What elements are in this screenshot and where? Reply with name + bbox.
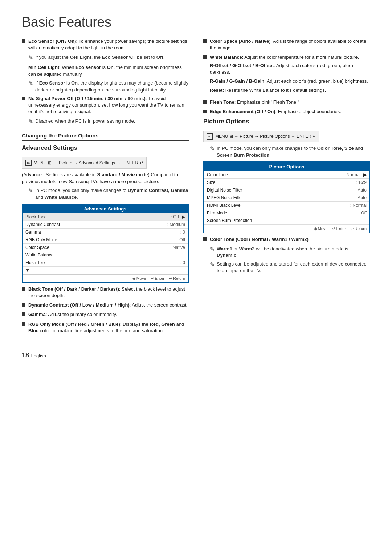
note-settings-stored: ✎ Settings can be adjusted and stored fo…	[210, 261, 370, 274]
table-row-screen-burn: Screen Burn Protection	[204, 217, 369, 225]
page-number: 18English	[22, 352, 370, 359]
menu-icon: m	[25, 160, 32, 166]
advanced-desc: (Advanced Settings are available in Stan…	[22, 172, 189, 185]
advanced-settings-table: Advanced Settings Black Tone : Off ▶ Dyn…	[22, 204, 189, 283]
table-row-black-tone: Black Tone : Off ▶	[23, 213, 188, 221]
bullet-no-signal: No Signal Power Off (Off / 15 min. / 30 …	[22, 95, 189, 115]
picture-options-table: Picture Options Color Tone : Normal ▶ Si…	[203, 161, 370, 233]
bullet-icon	[22, 287, 25, 291]
bullet-icon	[203, 100, 207, 104]
bullet-text: No Signal Power Off (Off / 15 min. / 30 …	[28, 95, 189, 115]
advanced-table-header: Advanced Settings	[23, 204, 188, 213]
table-row-color-tone: Color Tone : Normal ▶	[204, 171, 369, 179]
picture-table-header: Picture Options	[204, 162, 369, 171]
min-cell-light-text: Min Cell Light: When Eco sensor is On, t…	[28, 64, 189, 78]
table-row-rgb-only: RGB Only Mode : Off	[23, 236, 188, 244]
note-pc-mode-advanced: ✎ In PC mode, you can only make changes …	[28, 187, 189, 200]
bullet-icon	[22, 303, 25, 307]
note-disabled-pc: ✎ Disabled when the PC is in power savin…	[28, 118, 189, 126]
table-row-dynamic-contrast: Dynamic Contrast : Medium	[23, 221, 188, 229]
bullet-icon	[22, 312, 25, 316]
bullet-eco-sensor: Eco Sensor (Off / On): To enhance your p…	[22, 38, 189, 51]
table-row-mpeg-noise: MPEG Noise Filter : Auto	[204, 194, 369, 202]
table-row-more: ▼	[23, 267, 188, 274]
bullet-gamma: Gamma: Adjust the primary color intensit…	[22, 311, 189, 318]
note-warm-deactivated: ✎ Warm1 or Warm2 will be deactivated whe…	[210, 246, 370, 259]
note-eco-on: ✎ If Eco Sensor is On, the display brigh…	[28, 80, 189, 93]
table-row-flesh-tone: Flesh Tone : 0	[23, 259, 188, 267]
bullet-icon	[22, 322, 25, 326]
right-column: Color Space (Auto / Native): Adjust the …	[203, 38, 370, 337]
menu-icon: m	[207, 133, 213, 140]
bullet-color-tone: Color Tone (Cool / Normal / Warm1 / Warm…	[203, 236, 370, 243]
bullet-text: Eco Sensor (Off / On): To enhance your p…	[28, 38, 189, 51]
table-row-hdmi-black: HDMI Black Level : Normal	[204, 202, 369, 209]
section-picture-options: Picture Options	[203, 118, 370, 127]
bullet-icon	[203, 39, 207, 43]
advanced-menu-path: m MENU ⊞ → Picture → Advanced Settings →…	[22, 157, 147, 169]
table-row-film-mode: Film Mode : Off	[204, 209, 369, 217]
table-row-gamma: Gamma : 0	[23, 229, 188, 236]
note-eco-cell-light: ✎ If you adjust the Cell Light, the Eco …	[28, 54, 189, 62]
bullet-dynamic-contrast: Dynamic Contrast (Off / Low / Medium / H…	[22, 302, 189, 308]
subsection-advanced-settings: Advanced Settings	[22, 144, 189, 153]
bullet-edge-enhancement: Edge Enhancement (Off / On): Emphasize o…	[203, 108, 370, 115]
picture-menu-path: m MENU ⊞ → Picture → Picture Options → E…	[203, 131, 319, 142]
table-row-size: Size : 16:9	[204, 179, 369, 186]
bullet-icon	[203, 237, 207, 241]
page-title: Basic Features	[22, 15, 370, 30]
bullet-icon	[203, 55, 207, 59]
bullet-flesh-tone: Flesh Tone: Emphasize pink "Flesh Tone."	[203, 99, 370, 106]
picture-table-footer: ◆ Move ↵ Enter ↩ Return	[204, 225, 369, 233]
table-row-digital-noise: Digital Noise Filter : Auto	[204, 186, 369, 194]
table-row-white-balance: White Balance	[23, 251, 188, 259]
advanced-table-footer: ◆ Move ↵ Enter ↩ Return	[23, 274, 188, 282]
bullet-black-tone: Black Tone (Off / Dark / Darker / Darkes…	[22, 286, 189, 299]
bullet-icon	[203, 110, 207, 113]
bullet-color-space: Color Space (Auto / Native): Adjust the …	[203, 38, 370, 51]
bullet-rgb-only-mode: RGB Only Mode (Off / Red / Green / Blue)…	[22, 321, 189, 334]
section-changing-picture: Changing the Picture Options	[22, 132, 189, 141]
bullet-icon	[22, 39, 25, 43]
note-pc-mode-picture: ✎ In PC mode, you can only make changes …	[210, 145, 370, 158]
table-row-color-space: Color Space : Native	[23, 244, 188, 251]
left-column: Eco Sensor (Off / On): To enhance your p…	[22, 38, 189, 337]
bullet-icon	[22, 97, 25, 100]
bullet-white-balance: White Balance: Adjust the color temperat…	[203, 54, 370, 96]
